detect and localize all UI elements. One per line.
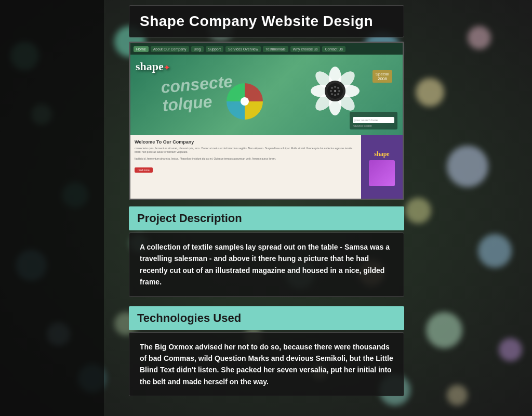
fake-content-left: Welcome To Our Company consectetur quis,… bbox=[130, 135, 361, 199]
svg-point-13 bbox=[330, 90, 332, 92]
fake-nav-contact[interactable]: Contact Us bbox=[322, 46, 345, 52]
fake-wheel-decoration bbox=[224, 81, 265, 122]
technologies-header: Technologies Used bbox=[129, 306, 404, 330]
fake-content-area: Welcome To Our Company consectetur quis,… bbox=[130, 135, 403, 199]
svg-point-19 bbox=[241, 97, 249, 106]
project-description-title: Project Description bbox=[137, 212, 396, 225]
fake-nav: Home About Our Company Blog Support Serv… bbox=[130, 43, 403, 55]
fake-nav-testimonials[interactable]: Testimonials bbox=[263, 46, 288, 52]
fake-advanced-search: Advance Search bbox=[353, 124, 394, 127]
fake-nav-home[interactable]: Home bbox=[134, 46, 149, 52]
fake-search-input[interactable]: your search here bbox=[353, 117, 394, 123]
fake-lorem-text-2: facilisis id, fermentum pharetra, lectus… bbox=[135, 157, 357, 161]
fake-header: shape✦ consectetolque bbox=[130, 55, 403, 135]
fake-nav-support[interactable]: Support bbox=[206, 46, 224, 52]
svg-point-16 bbox=[331, 93, 333, 95]
project-description-box: A collection of textile samples lay spre… bbox=[129, 232, 404, 297]
title-bar: Shape Company Website Design bbox=[129, 5, 404, 37]
svg-point-12 bbox=[337, 87, 339, 89]
fake-nav-services[interactable]: Services Overview bbox=[225, 46, 261, 52]
fake-website: Home About Our Company Blog Support Serv… bbox=[130, 43, 403, 199]
svg-point-18 bbox=[337, 93, 339, 95]
svg-point-17 bbox=[334, 94, 336, 96]
fake-content-right: shape bbox=[361, 135, 403, 199]
fake-logo-star: ✦ bbox=[164, 64, 170, 72]
fake-product-box bbox=[369, 160, 395, 186]
fake-read-more-button[interactable]: read more bbox=[135, 167, 153, 173]
fake-product-logo: shape bbox=[369, 150, 395, 158]
fake-logo: shape✦ bbox=[136, 60, 170, 73]
project-description-header: Project Description bbox=[129, 206, 404, 230]
fake-search-area: your search here Advance Search bbox=[350, 112, 397, 129]
svg-point-10 bbox=[331, 87, 333, 89]
fake-nav-about[interactable]: About Our Company bbox=[151, 46, 189, 52]
fake-nav-blog[interactable]: Blog bbox=[191, 46, 204, 52]
svg-point-14 bbox=[334, 90, 336, 92]
page-title: Shape Company Website Design bbox=[140, 13, 393, 30]
main-content: Shape Company Website Design Home About … bbox=[129, 5, 404, 406]
fake-flower-decoration bbox=[309, 65, 361, 117]
website-preview: Home About Our Company Blog Support Serv… bbox=[129, 42, 404, 200]
fake-special-badge: Special2008 bbox=[373, 70, 392, 83]
left-sidebar bbox=[0, 0, 104, 416]
fake-nav-why[interactable]: Why choose us bbox=[290, 46, 321, 52]
project-description-text: A collection of textile samples lay spre… bbox=[140, 241, 393, 288]
technologies-box: The Big Oxmox advised her not to do so, … bbox=[129, 332, 404, 397]
fake-lorem-text-1: consectetur quis, fermentum sit amet, pl… bbox=[135, 147, 357, 154]
svg-point-15 bbox=[338, 90, 340, 92]
svg-point-11 bbox=[334, 86, 336, 88]
technologies-text: The Big Oxmox advised her not to do so, … bbox=[140, 341, 393, 388]
technologies-title: Technologies Used bbox=[137, 311, 396, 325]
fake-product: shape bbox=[369, 150, 395, 188]
fake-welcome-heading: Welcome To Our Company bbox=[135, 139, 357, 145]
